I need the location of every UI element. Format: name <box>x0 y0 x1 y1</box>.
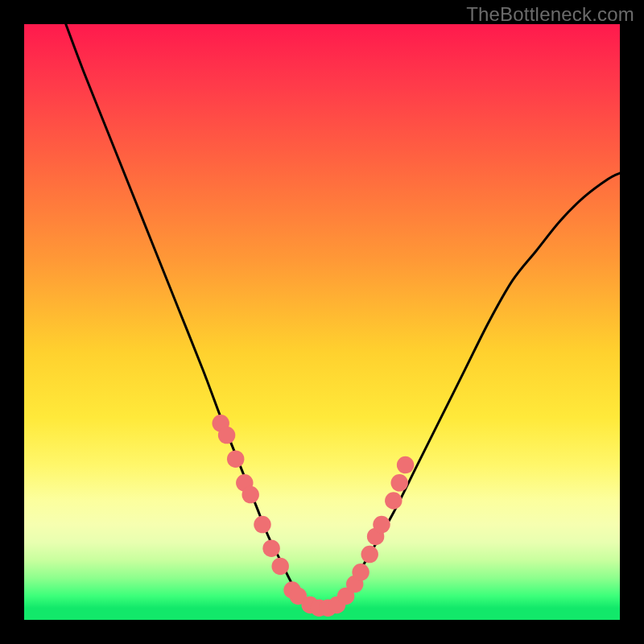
scatter-point <box>373 516 390 533</box>
scatter-point <box>352 564 369 580</box>
scatter-point <box>254 516 270 533</box>
scatter-point <box>242 486 258 503</box>
scatter-point <box>385 492 402 509</box>
scatter-point <box>390 474 407 491</box>
scatter-point <box>262 539 279 556</box>
watermark-text: TheBottleneck.com <box>466 3 634 26</box>
scatter-point <box>218 427 235 444</box>
scatter-point <box>227 450 244 467</box>
chart-frame: TheBottleneck.com <box>0 0 644 644</box>
chart-svg <box>24 24 620 620</box>
scatter-point <box>397 456 414 473</box>
plot-area <box>24 24 620 620</box>
scatter-point <box>271 558 288 575</box>
scatter-point <box>361 546 378 563</box>
bottleneck-curve <box>66 24 620 609</box>
highlighted-points <box>212 415 414 617</box>
